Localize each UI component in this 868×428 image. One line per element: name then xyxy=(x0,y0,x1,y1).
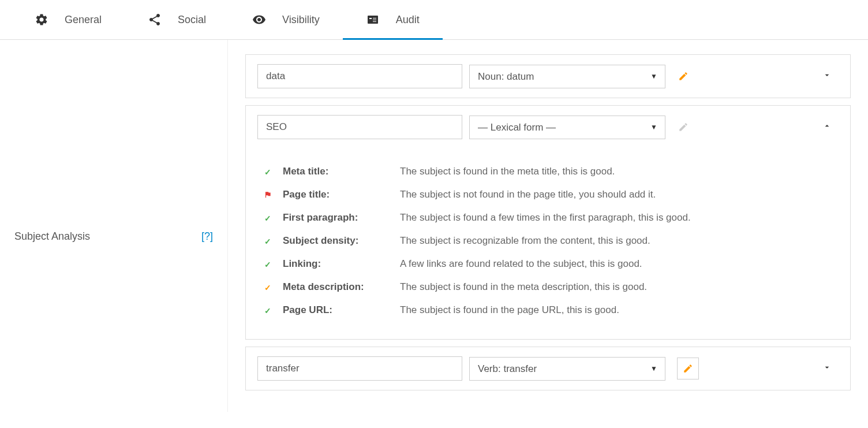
select-wrapper: — Lexical form — xyxy=(469,116,665,139)
subject-input[interactable] xyxy=(257,115,462,139)
analysis-label: Linking: xyxy=(283,258,390,270)
tab-visibility[interactable]: Visibility xyxy=(229,0,343,39)
help-link[interactable]: [?] xyxy=(201,230,213,243)
pencil-icon[interactable] xyxy=(677,121,690,133)
analysis-label: Page URL: xyxy=(283,304,390,316)
analysis-item: Page title: The subject is not found in … xyxy=(263,183,833,206)
eye-icon xyxy=(252,13,266,27)
main-container: Subject Analysis [?] Noun: datum xyxy=(0,40,868,412)
subject-header: Noun: datum xyxy=(246,55,850,98)
tab-label: General xyxy=(65,14,102,26)
pencil-icon[interactable] xyxy=(677,358,699,379)
subject-input[interactable] xyxy=(257,64,462,88)
sidebar-content: Subject Analysis [?] xyxy=(14,230,213,243)
analysis-item: ✓ Subject density: The subject is recogn… xyxy=(263,229,833,252)
svg-rect-3 xyxy=(373,20,376,20)
analysis-item: ✓ Meta title: The subject is found in th… xyxy=(263,160,833,183)
subject-header: Verb: transfer xyxy=(246,347,850,390)
chevron-up-icon[interactable] xyxy=(815,118,839,137)
check-icon: ✓ xyxy=(263,214,272,223)
subject-input[interactable] xyxy=(257,356,462,381)
analysis-label: First paragraph: xyxy=(283,212,390,224)
tab-label: Audit xyxy=(396,14,420,26)
chevron-down-icon[interactable] xyxy=(815,67,839,86)
analysis-text: The subject is found a few times in the … xyxy=(400,212,833,224)
flag-icon xyxy=(263,191,272,199)
subject-row: — Lexical form — ✓ Meta title: The subje… xyxy=(245,105,851,340)
analysis-label: Subject density: xyxy=(283,235,390,247)
analysis-item: ✓ Meta description: The subject is found… xyxy=(263,276,833,299)
tab-audit[interactable]: Audit xyxy=(343,0,443,39)
analysis-text: The subject is recognizable from the con… xyxy=(400,235,833,247)
sidebar: Subject Analysis [?] xyxy=(0,40,228,412)
select-wrapper: Noun: datum xyxy=(469,65,665,88)
subject-row: Noun: datum xyxy=(245,54,851,98)
lexical-select[interactable]: Verb: transfer xyxy=(469,357,665,381)
svg-rect-4 xyxy=(373,21,376,22)
lexical-select[interactable]: Noun: datum xyxy=(469,65,665,88)
analysis-item: ✓ Linking: A few links are found related… xyxy=(263,252,833,276)
gear-icon xyxy=(35,13,48,27)
svg-rect-2 xyxy=(373,18,376,18)
analysis-text: The subject is found in the meta descrip… xyxy=(400,281,833,293)
analysis-label: Page title: xyxy=(283,189,390,200)
tab-label: Social xyxy=(178,14,206,26)
tab-general[interactable]: General xyxy=(12,0,125,39)
analysis-item: ✓ Page URL: The subject is found in the … xyxy=(263,299,833,322)
check-icon: ✓ xyxy=(263,168,272,177)
chevron-down-icon[interactable] xyxy=(815,359,839,378)
subject-header: — Lexical form — xyxy=(246,106,850,148)
analysis-text: A few links are found related to the sub… xyxy=(400,258,833,270)
check-icon: ✓ xyxy=(263,306,272,315)
tabs-container: General Social Visibility Audit xyxy=(0,0,868,40)
analysis-label: Meta title: xyxy=(283,166,390,177)
svg-rect-1 xyxy=(369,18,372,19)
pencil-icon[interactable] xyxy=(677,70,690,83)
content: Noun: datum — Lexical form — xyxy=(228,40,868,412)
analysis-item: ✓ First paragraph: The subject is found … xyxy=(263,206,833,229)
tab-social[interactable]: Social xyxy=(125,0,229,39)
analysis-text: The subject is found in the page URL, th… xyxy=(400,304,833,316)
analysis-text: The subject is not found in the page tit… xyxy=(400,189,833,200)
sidebar-title: Subject Analysis xyxy=(14,230,90,243)
share-icon xyxy=(148,13,162,27)
subject-row: Verb: transfer xyxy=(245,347,851,390)
check-icon: ✓ xyxy=(263,283,272,292)
check-icon: ✓ xyxy=(263,237,272,246)
analysis-label: Meta description: xyxy=(283,281,390,293)
lexical-select[interactable]: — Lexical form — xyxy=(469,116,665,139)
select-wrapper: Verb: transfer xyxy=(469,357,665,381)
tab-label: Visibility xyxy=(282,14,320,26)
analysis-text: The subject is found in the meta title, … xyxy=(400,166,833,177)
analysis-details: ✓ Meta title: The subject is found in th… xyxy=(246,148,850,339)
check-icon: ✓ xyxy=(263,260,272,269)
audit-icon xyxy=(366,13,380,27)
